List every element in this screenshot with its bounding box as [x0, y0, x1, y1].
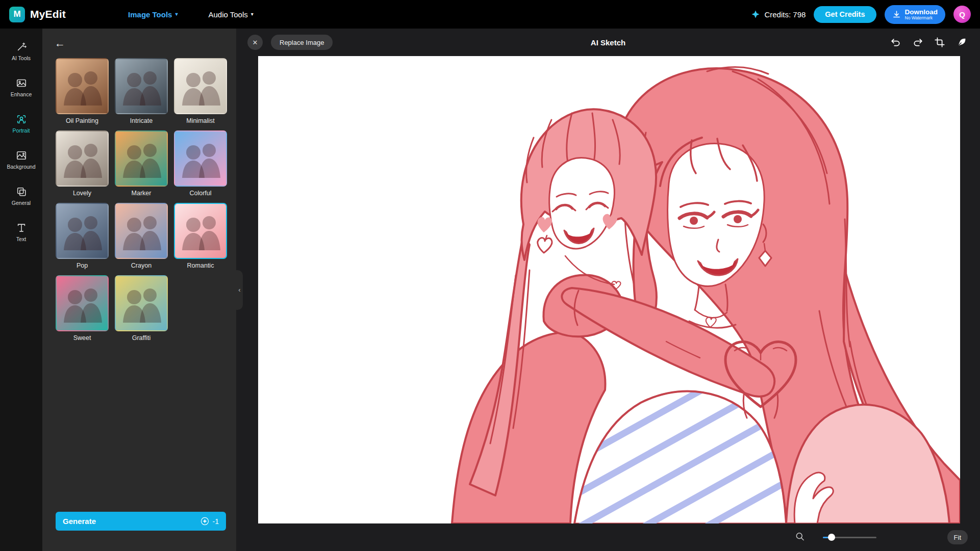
- people-silhouette-icon: [175, 132, 226, 186]
- style-item-pop[interactable]: Pop: [56, 203, 109, 269]
- chevron-down-icon: ▾: [175, 12, 178, 17]
- style-thumbnail[interactable]: [115, 58, 168, 114]
- sidebar-item-label: Background: [7, 164, 35, 170]
- sidebar-item-label: AI Tools: [12, 55, 31, 61]
- fit-button[interactable]: Fit: [947, 530, 968, 544]
- sketch-pen-button[interactable]: [954, 35, 969, 49]
- download-sublabel: No Watermark: [905, 16, 933, 21]
- crop-button[interactable]: [933, 35, 947, 49]
- style-thumbnail[interactable]: [174, 203, 227, 259]
- overlap-squares-icon: [16, 186, 27, 197]
- style-label: Oil Painting: [56, 117, 109, 124]
- zoom-slider[interactable]: [823, 534, 876, 541]
- get-credits-button[interactable]: Get Credits: [814, 6, 876, 23]
- myedit-logo-icon[interactable]: M: [9, 7, 25, 22]
- zoom-slider-knob[interactable]: [828, 534, 835, 541]
- topbar-right: Credits: 798 Get Credits Download No Wat…: [751, 5, 971, 24]
- style-item-sweet[interactable]: Sweet: [56, 275, 109, 342]
- close-button[interactable]: ✕: [247, 35, 263, 50]
- crop-icon: [934, 37, 945, 48]
- user-avatar[interactable]: Q: [953, 6, 971, 23]
- nav-audio-tools[interactable]: Audio Tools ▾: [205, 10, 256, 19]
- style-label: Colorful: [174, 190, 227, 197]
- sidebar-item-background[interactable]: Background: [0, 143, 42, 176]
- undo-button[interactable]: [889, 35, 903, 49]
- magnifier-icon: [795, 532, 805, 542]
- style-label: Crayon: [115, 262, 168, 269]
- header-tools: [889, 35, 969, 49]
- download-button[interactable]: Download No Watermark: [885, 5, 946, 24]
- download-text: Download No Watermark: [905, 8, 938, 21]
- sidebar-item-general[interactable]: General: [0, 179, 42, 212]
- canvas-footer: Fit: [236, 523, 980, 551]
- main-layout: AI Tools Enhance Portrait Bac: [0, 29, 980, 551]
- style-thumbnail[interactable]: [115, 275, 168, 331]
- sidebar-item-label: Text: [16, 236, 26, 242]
- people-silhouette-icon: [57, 59, 108, 113]
- back-button[interactable]: ←: [55, 36, 70, 51]
- chevron-down-icon: ▾: [251, 12, 254, 17]
- panel-collapse-handle[interactable]: ‹: [236, 270, 243, 310]
- people-silhouette-icon: [57, 276, 108, 330]
- people-silhouette-icon: [116, 204, 167, 258]
- style-item-crayon[interactable]: Crayon: [115, 203, 168, 269]
- portrait-viewfinder-icon: [16, 114, 27, 125]
- canvas-area: ✕ Replace Image AI Sketch: [236, 29, 980, 551]
- sidebar-item-portrait[interactable]: Portrait: [0, 107, 42, 140]
- style-item-marker[interactable]: Marker: [115, 130, 168, 197]
- style-item-oil-painting[interactable]: Oil Painting: [56, 58, 109, 124]
- credit-sparkle-icon: [200, 517, 209, 526]
- style-thumbnail[interactable]: [56, 130, 109, 187]
- credits-diamond-icon: [751, 10, 760, 19]
- style-thumbnail[interactable]: [174, 130, 227, 187]
- style-label: Romantic: [174, 262, 227, 269]
- style-thumbnail[interactable]: [115, 130, 168, 187]
- enhance-image-icon: [16, 77, 27, 89]
- topbar: M MyEdit Image Tools ▾ Audio Tools ▾ Cre…: [0, 0, 980, 29]
- style-thumbnail[interactable]: [56, 275, 109, 331]
- canvas-image-ai-sketch: [258, 56, 960, 523]
- style-item-romantic[interactable]: Romantic: [174, 203, 227, 269]
- style-thumbnail[interactable]: [115, 203, 168, 259]
- style-label: Intricate: [115, 117, 168, 124]
- nav-audio-tools-label: Audio Tools: [208, 10, 247, 19]
- styles-panel: ← Oil Painting Intricate: [42, 29, 236, 551]
- people-silhouette-icon: [57, 132, 108, 186]
- sidebar-item-label: Portrait: [13, 127, 30, 134]
- people-silhouette-icon: [116, 276, 167, 330]
- generate-cost: -1: [213, 517, 219, 526]
- sidebar: AI Tools Enhance Portrait Bac: [0, 29, 42, 551]
- redo-button[interactable]: [911, 35, 925, 49]
- page-title: AI Sketch: [591, 38, 625, 47]
- download-icon: [892, 10, 901, 19]
- text-icon: [16, 222, 27, 233]
- style-thumbnail[interactable]: [56, 58, 109, 114]
- nav-image-tools[interactable]: Image Tools ▾: [125, 10, 181, 19]
- style-item-graffiti[interactable]: Graffiti: [115, 275, 168, 342]
- style-item-colorful[interactable]: Colorful: [174, 130, 227, 197]
- sketch-pen-icon: [956, 37, 967, 48]
- top-navigation: Image Tools ▾ Audio Tools ▾: [125, 10, 257, 19]
- zoom-magnifier-button[interactable]: [795, 532, 805, 543]
- style-thumbnail[interactable]: [174, 58, 227, 114]
- replace-image-button[interactable]: Replace Image: [271, 35, 333, 50]
- style-label: Marker: [115, 190, 168, 197]
- style-label: Lovely: [56, 190, 109, 197]
- sidebar-item-ai-tools[interactable]: AI Tools: [0, 35, 42, 67]
- credits-text: Credits: 798: [764, 10, 806, 19]
- style-item-minimalist[interactable]: Minimalist: [174, 58, 227, 124]
- generate-button[interactable]: Generate -1: [56, 512, 226, 531]
- style-thumbnail[interactable]: [56, 203, 109, 259]
- style-label: Graffiti: [115, 334, 168, 342]
- sidebar-item-label: General: [12, 200, 31, 206]
- people-silhouette-icon: [175, 59, 226, 113]
- generate-cost-group: -1: [200, 517, 219, 526]
- style-item-lovely[interactable]: Lovely: [56, 130, 109, 197]
- styles-grid: Oil Painting Intricate Minimalist: [56, 58, 229, 342]
- sidebar-item-enhance[interactable]: Enhance: [0, 71, 42, 103]
- people-silhouette-icon: [57, 204, 108, 258]
- generate-label: Generate: [63, 517, 96, 526]
- style-item-intricate[interactable]: Intricate: [115, 58, 168, 124]
- sidebar-item-text[interactable]: Text: [0, 216, 42, 248]
- people-silhouette-icon: [175, 204, 226, 258]
